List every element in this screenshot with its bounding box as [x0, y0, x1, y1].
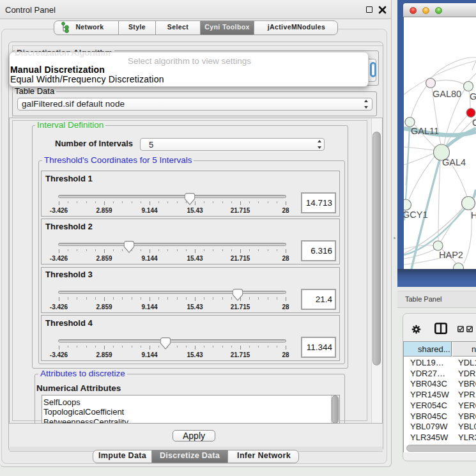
- svg-text:GAL4: GAL4: [442, 157, 466, 167]
- svg-text:HAP2: HAP2: [439, 250, 463, 260]
- svg-text:CA: CA: [472, 118, 476, 128]
- svg-text:GAL11: GAL11: [411, 126, 439, 136]
- svg-text:GAL80: GAL80: [433, 89, 461, 99]
- svg-text:H: H: [471, 210, 476, 220]
- svg-text:GA: GA: [470, 91, 476, 102]
- svg-text:GCY1: GCY1: [404, 210, 428, 220]
